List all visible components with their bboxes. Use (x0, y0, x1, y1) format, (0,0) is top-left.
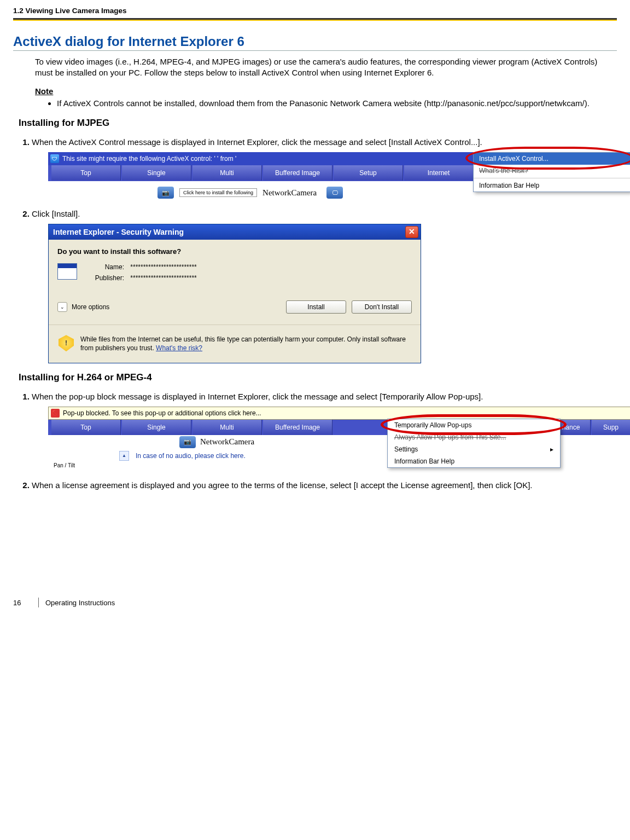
more-options-label: More options (72, 303, 109, 311)
footer-divider (38, 598, 39, 607)
menu-settings[interactable]: Settings▸ (388, 443, 560, 455)
footer-doc-title: Operating Instructions (45, 599, 115, 607)
menu-infobar-help[interactable]: Information Bar Help (474, 179, 630, 192)
camera-icon-2: 📷 (179, 436, 196, 448)
security-dialog-screenshot: Internet Explorer - Security Warning ✕ D… (48, 224, 617, 363)
menu-separator (474, 178, 630, 178)
subheading-mjpeg: Installing for MJPEG (19, 118, 617, 129)
name-label: Name: (86, 263, 124, 271)
menu-always-allow[interactable]: Always Allow Pop-ups from This Site... (388, 431, 560, 443)
chevron-down-icon: ⌄ (57, 302, 67, 312)
up-arrow-icon[interactable]: ▲ (119, 451, 129, 461)
tab-support[interactable]: Supp (592, 420, 630, 435)
tab-multi[interactable]: Multi (192, 165, 262, 181)
step-2: Click [Install]. Internet Explorer - Sec… (32, 208, 617, 363)
shield-icon: 🛡 (50, 154, 59, 163)
submenu-arrow-icon: ▸ (550, 445, 553, 453)
step-1-text: When the ActiveX Control message is disp… (32, 137, 482, 147)
screen-icon: 🖵 (326, 187, 343, 199)
dialog-separator (49, 325, 421, 325)
menu-temp-allow[interactable]: Temporarily Allow Pop-ups (388, 419, 560, 431)
tab-single[interactable]: Single (122, 165, 191, 181)
name-value: ************************** (130, 263, 196, 271)
application-icon (57, 263, 77, 280)
whats-the-risk-link[interactable]: What's the risk? (156, 344, 202, 352)
subheading-h264: Installing for H.264 or MPEG-4 (19, 372, 617, 383)
more-options[interactable]: ⌄ More options (57, 302, 109, 312)
page-number: 16 (13, 599, 32, 607)
step-h2-text: When a license agreement is displayed an… (32, 480, 533, 490)
security-warning-dialog: Internet Explorer - Security Warning ✕ D… (48, 224, 421, 363)
dialog-title-text: Internet Explorer - Security Warning (53, 228, 184, 236)
install-button[interactable]: Install (286, 300, 346, 314)
menu-whats-risk[interactable]: What's the Risk? (474, 165, 630, 177)
running-header: 1.2 Viewing Live Camera Images (13, 7, 617, 15)
warning-text: While files from the Internet can be use… (80, 335, 411, 352)
warning-shield-icon: ! (59, 335, 74, 351)
header-rule (13, 18, 617, 21)
publisher-value: ************************** (130, 274, 196, 282)
tab-top-2[interactable]: Top (51, 420, 121, 435)
tab-multi-2[interactable]: Multi (192, 420, 262, 435)
note-label: Note (35, 86, 617, 96)
tab-single-2[interactable]: Single (122, 420, 191, 435)
tab-setup[interactable]: Setup (334, 165, 403, 181)
infobar-screenshot: 🛡 This site might require the following … (48, 152, 630, 204)
tab-buffered-2[interactable]: Buffered Image (263, 420, 332, 435)
tab-internet[interactable]: Internet (404, 165, 474, 181)
tab-buffered[interactable]: Buffered Image (263, 165, 332, 181)
step-1: When the ActiveX Control message is disp… (32, 137, 617, 204)
no-audio-link[interactable]: In case of no audio, please click here. (136, 452, 246, 460)
menu-infobar-help-2[interactable]: Information Bar Help (388, 455, 560, 467)
popup-context-menu: Temporarily Allow Pop-ups Always Allow P… (387, 419, 561, 468)
infobar-context-menu: Install ActiveX Control... What's the Ri… (473, 152, 630, 192)
page-footer: 16 Operating Instructions (0, 598, 630, 617)
note-item: If ActiveX Controls cannot be installed,… (57, 98, 617, 109)
menu-install-activex[interactable]: Install ActiveX Control... (474, 153, 630, 165)
intro-paragraph: To view video images (i.e., H.264, MPEG-… (35, 56, 611, 79)
popup-blocked-icon: 🚫 (51, 409, 60, 418)
camera-icon: 📷 (158, 187, 174, 199)
camera-name: NetworkCamera (262, 188, 317, 198)
step-h1-text: When the pop-up block message is display… (32, 392, 483, 401)
popup-block-screenshot: 🚫 Pop-up blocked. To see this pop-up or … (48, 407, 630, 476)
install-tip: Click here to install the following (179, 188, 257, 197)
popup-blocked-text: Pop-up blocked. To see this pop-up or ad… (63, 409, 261, 417)
camera-name-2: NetworkCamera (200, 437, 254, 447)
popup-blocked-infobar[interactable]: 🚫 Pop-up blocked. To see this pop-up or … (48, 407, 630, 420)
step-h2: When a license agreement is displayed an… (32, 480, 617, 491)
publisher-label: Publisher: (86, 274, 124, 282)
step-2-text: Click [Install]. (32, 209, 80, 218)
step-h1: When the pop-up block message is display… (32, 391, 617, 476)
section-title: ActiveX dialog for Internet Explorer 6 (13, 34, 617, 51)
dialog-question: Do you want to install this software? (57, 247, 412, 256)
infobar-text: This site might require the following Ac… (62, 155, 236, 163)
close-icon[interactable]: ✕ (405, 226, 418, 238)
dialog-titlebar: Internet Explorer - Security Warning ✕ (49, 224, 421, 240)
tab-top[interactable]: Top (51, 165, 121, 181)
dont-install-button[interactable]: Don't Install (352, 300, 412, 314)
